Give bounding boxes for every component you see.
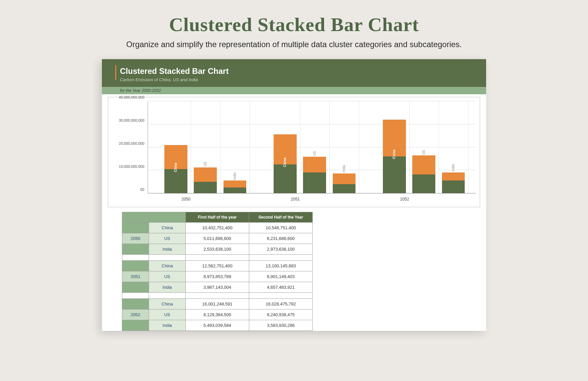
bar-label: India	[233, 172, 237, 180]
page-title: Clustered Stacked Bar Chart	[94, 13, 494, 36]
x-label: 2052	[400, 197, 409, 202]
bar-label: US	[313, 151, 316, 156]
bar-label: India	[342, 165, 346, 172]
year-cell: 2052	[122, 309, 149, 320]
value-cell: 10,432,751,400	[186, 223, 249, 233]
value-cell: 5,011,686,600	[186, 233, 249, 244]
bar-2051-India	[333, 173, 356, 193]
value-cell: 8,129,384,500	[186, 309, 249, 320]
x-label: 2050	[181, 197, 190, 202]
value-cell: 2,973,638,100	[249, 244, 313, 255]
value-cell: 6,231,686,600	[249, 233, 313, 244]
value-cell: 4,657,483,921	[249, 282, 313, 293]
blank-cell	[122, 320, 149, 331]
table-header-blank	[122, 212, 149, 223]
bar-label: China	[174, 163, 177, 172]
value-cell: 10,548,751,400	[249, 223, 313, 233]
bar-label: China	[392, 150, 396, 159]
value-cell: 8,973,853,789	[186, 271, 249, 282]
doc-strip: for the Year 2050-2052	[102, 87, 486, 94]
value-cell: 3,987,143,004	[186, 282, 249, 293]
x-label: 2051	[291, 197, 300, 202]
value-cell: 8,240,938,475	[249, 309, 313, 320]
table-row: 2052US8,129,384,5008,240,938,475	[122, 309, 313, 320]
gridline	[148, 147, 476, 147]
bar-2050-US	[194, 167, 217, 193]
blank-cell	[122, 244, 149, 255]
doc-subtitle: Carbon Emission of China, US and India	[120, 77, 473, 82]
country-cell: India	[149, 282, 186, 293]
table-header-blank2	[149, 212, 186, 223]
table-row: China10,432,751,40010,548,751,400	[122, 223, 313, 233]
country-cell: US	[149, 271, 186, 282]
accent-bar	[115, 65, 116, 80]
y-tick: 10,000,000,000	[119, 164, 144, 168]
year-cell: 2050	[122, 233, 149, 244]
blank-cell	[122, 299, 149, 309]
value-cell: 2,533,638,100	[186, 244, 249, 255]
country-cell: US	[149, 233, 186, 244]
bar-label: US	[422, 150, 426, 155]
table-row: India3,987,143,0044,657,483,921	[122, 282, 313, 293]
country-cell: China	[149, 261, 186, 271]
value-cell: 13,100,145,683	[249, 261, 313, 271]
table-row: 2051US8,973,853,7896,901,149,403	[122, 271, 313, 282]
bar-2051-US	[303, 157, 326, 193]
blank-cell	[122, 261, 149, 271]
table-header-col2: Second Half of the Year	[249, 212, 313, 223]
y-tick: 20,000,000,000	[119, 141, 144, 145]
country-cell: China	[149, 299, 186, 309]
chart-area: 0010,000,000,00020,000,000,00030,000,000…	[108, 97, 480, 207]
document-preview: Clustered Stacked Bar Chart Carbon Emiss…	[102, 59, 486, 331]
page-subtitle: Organize and simplify the representation…	[94, 40, 494, 49]
value-cell: 12,562,751,400	[186, 261, 249, 271]
gridline	[148, 101, 476, 101]
value-cell: 6,901,149,403	[249, 271, 313, 282]
y-tick: 00	[140, 187, 144, 192]
bar-2052-India	[442, 172, 465, 193]
table-header-col1: First Half of the year	[186, 212, 249, 223]
year-cell: 2051	[122, 271, 149, 282]
y-tick: 40,000,000,000	[119, 95, 144, 99]
y-tick: 30,000,000,000	[119, 118, 144, 122]
country-cell: US	[149, 309, 186, 320]
table-row: China16,001,248,59116,028,475,792	[122, 299, 313, 309]
value-cell: 16,028,475,792	[249, 299, 313, 309]
bar-2052-US	[412, 155, 435, 193]
value-cell: 3,583,930,286	[249, 320, 313, 331]
blank-cell	[122, 282, 149, 293]
value-cell: 5,493,039,584	[186, 320, 249, 331]
bar-label: China	[283, 158, 287, 167]
doc-title: Clustered Stacked Bar Chart	[120, 67, 473, 76]
table-row: 2050US5,011,686,6006,231,686,600	[122, 233, 313, 244]
table-row: India5,493,039,5843,583,930,286	[122, 320, 313, 331]
bar-2050-India	[224, 180, 247, 193]
country-cell: India	[149, 244, 186, 255]
bar-label: India	[451, 164, 455, 171]
doc-header: Clustered Stacked Bar Chart Carbon Emiss…	[102, 59, 486, 87]
country-cell: China	[149, 223, 186, 233]
table-row: India2,533,638,1002,973,638,100	[122, 244, 313, 255]
gridline	[148, 124, 476, 124]
table-row: China12,562,751,40013,100,145,683	[122, 261, 313, 271]
data-table: First Half of the year Second Half of th…	[122, 212, 313, 331]
value-cell: 16,001,248,591	[186, 299, 249, 309]
blank-cell	[122, 223, 149, 233]
country-cell: India	[149, 320, 186, 331]
bar-label: US	[203, 162, 207, 166]
